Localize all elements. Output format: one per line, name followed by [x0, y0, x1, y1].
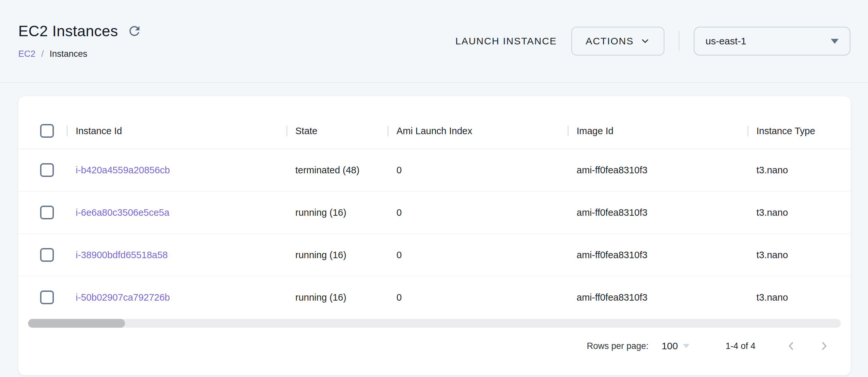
instance-type-cell: t3.nano — [756, 292, 788, 303]
column-resize-handle[interactable] — [286, 125, 287, 136]
row-checkbox[interactable] — [40, 290, 54, 304]
state-cell: running (16) — [295, 292, 346, 303]
table-header-row: Instance Id State Ami Launch Index Image… — [18, 113, 851, 149]
pagination: Rows per page: 100 1-4 of 4 — [18, 338, 851, 354]
table-row: i-50b02907ca792726b running (16) 0 ami-f… — [18, 277, 851, 319]
image-id-cell: ami-ff0fea8310f3 — [577, 250, 647, 260]
breadcrumb-link-ec2[interactable]: EC2 — [18, 49, 36, 59]
horizontal-scrollbar[interactable] — [28, 319, 841, 328]
rows-per-page-value: 100 — [661, 340, 678, 351]
row-checkbox[interactable] — [40, 206, 54, 219]
rows-per-page-label: Rows per page: — [587, 341, 648, 351]
column-resize-handle[interactable] — [567, 125, 569, 136]
ami-launch-index-cell: 0 — [397, 165, 402, 175]
ami-launch-index-cell: 0 — [397, 250, 402, 260]
column-resize-handle[interactable] — [67, 125, 68, 136]
breadcrumb: EC2 / Instances — [18, 49, 142, 59]
ami-launch-index-cell: 0 — [397, 207, 402, 218]
toolbar-divider — [679, 31, 679, 51]
row-checkbox[interactable] — [40, 163, 54, 177]
chevron-left-icon — [785, 340, 798, 352]
table-row: i-b420a4559a20856cb terminated (48) 0 am… — [18, 149, 851, 192]
instance-type-cell: t3.nano — [756, 165, 788, 175]
instance-id-link[interactable]: i-38900bdfd65518a58 — [76, 250, 168, 260]
page-title: EC2 Instances — [18, 23, 118, 39]
refresh-icon — [127, 24, 142, 38]
instance-id-link[interactable]: i-b420a4559a20856cb — [76, 165, 170, 175]
row-checkbox[interactable] — [40, 248, 54, 262]
column-header-image-id: Image Id — [577, 126, 614, 136]
instance-id-link[interactable]: i-50b02907ca792726b — [76, 292, 170, 303]
image-id-cell: ami-ff0fea8310f3 — [577, 207, 647, 218]
refresh-button[interactable] — [127, 23, 142, 39]
region-select[interactable]: us-east-1 — [694, 27, 850, 56]
previous-page-button[interactable] — [784, 339, 799, 353]
chevron-down-icon — [640, 36, 650, 46]
image-id-cell: ami-ff0fea8310f3 — [577, 165, 647, 175]
column-resize-handle[interactable] — [388, 125, 389, 136]
image-id-cell: ami-ff0fea8310f3 — [577, 292, 647, 303]
instances-card: Instance Id State Ami Launch Index Image… — [18, 96, 851, 375]
page: EC2 Instances EC2 / Instances LAUNCH INS… — [0, 0, 868, 375]
dropdown-caret-icon — [831, 39, 839, 44]
toolbar: LAUNCH INSTANCE ACTIONS us-east-1 — [455, 27, 850, 56]
title-block: EC2 Instances EC2 / Instances — [18, 23, 142, 59]
column-header-instance-type: Instance Type — [756, 126, 815, 136]
instance-type-cell: t3.nano — [756, 207, 788, 218]
actions-button-label: ACTIONS — [586, 36, 634, 47]
region-select-value: us-east-1 — [706, 36, 746, 47]
column-resize-handle[interactable] — [747, 125, 749, 136]
select-all-checkbox[interactable] — [40, 124, 54, 138]
column-header-instance-id: Instance Id — [76, 126, 122, 136]
instance-type-cell: t3.nano — [756, 250, 788, 260]
scrollbar-thumb[interactable] — [28, 319, 125, 328]
breadcrumb-separator: / — [41, 49, 44, 59]
state-cell: running (16) — [295, 250, 346, 260]
page-header: EC2 Instances EC2 / Instances LAUNCH INS… — [0, 0, 868, 83]
next-page-button[interactable] — [817, 339, 831, 353]
instance-id-link[interactable]: i-6e6a80c3506e5ce5a — [76, 207, 169, 218]
launch-instance-button[interactable]: LAUNCH INSTANCE — [455, 36, 557, 47]
breadcrumb-current: Instances — [50, 49, 88, 59]
chevron-right-icon — [818, 340, 830, 352]
table-row: i-6e6a80c3506e5ce5a running (16) 0 ami-f… — [18, 192, 851, 234]
table-row: i-38900bdfd65518a58 running (16) 0 ami-f… — [18, 234, 851, 277]
state-cell: running (16) — [295, 207, 346, 218]
caret-down-icon — [683, 344, 689, 348]
state-cell: terminated (48) — [295, 165, 360, 175]
ami-launch-index-cell: 0 — [397, 292, 402, 303]
rows-per-page-select[interactable]: 100 — [661, 340, 689, 351]
pagination-range: 1-4 of 4 — [725, 341, 755, 351]
column-header-ami-launch-index: Ami Launch Index — [397, 126, 472, 136]
actions-button[interactable]: ACTIONS — [571, 27, 664, 56]
column-header-state: State — [295, 126, 317, 136]
table-body: i-b420a4559a20856cb terminated (48) 0 am… — [18, 149, 851, 319]
